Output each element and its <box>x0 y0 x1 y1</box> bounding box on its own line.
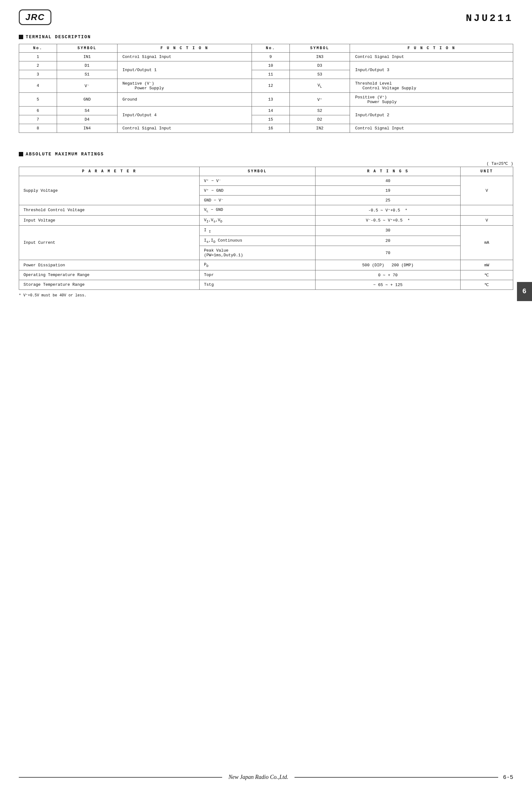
page-footer: New Japan Radio Co.,Ltd. 6-5 <box>0 774 532 780</box>
table-row: 5 GND Ground 13 V⁺ Positive (V⁺) Power S… <box>19 93 513 107</box>
ratings-footnote: * V⁺+0.5V must be 40V or less. <box>19 293 513 298</box>
table-row: 6 S4 Input/Output 4 14 S2 Input/Output 2 <box>19 107 513 115</box>
col-symbol: SYMBOL <box>199 167 315 176</box>
tab-badge: 6 <box>517 282 532 301</box>
footer-line-left <box>19 777 222 778</box>
ratings-section: ABSOLUTE MAXIMUM RATINGS ( Ta=25℃ ) P A … <box>19 152 513 298</box>
table-row: 1 IN1 Control Signal Input 9 IN3 Control… <box>19 53 513 61</box>
col-symbol-left: SYMBOL <box>57 44 117 53</box>
footer-page: 6-5 <box>503 774 513 780</box>
ta-note: ( Ta=25℃ ) <box>19 161 513 166</box>
terminal-section-title: TERMINAL DESCRIPTION <box>19 35 513 39</box>
table-row: Storage Temperature Range Tstg − 65 ∼ + … <box>19 280 513 289</box>
col-parameter: P A R A M E T E R <box>19 167 200 176</box>
section-square-icon <box>19 35 23 39</box>
logo-text: JRC <box>25 12 45 22</box>
ratings-table-header: P A R A M E T E R SYMBOL R A T I N G S U… <box>19 167 513 176</box>
page-header: JRC NJU211 <box>19 10 513 25</box>
terminal-table-header: No. SYMBOL F U N C T I O N No. SYMBOL F … <box>19 44 513 53</box>
col-symbol-right: SYMBOL <box>289 44 350 53</box>
col-function-right: F U N C T I O N <box>350 44 513 53</box>
terminal-title-text: TERMINAL DESCRIPTION <box>26 35 91 39</box>
logo: JRC <box>19 10 51 25</box>
model-number: NJU211 <box>466 13 513 24</box>
terminal-table: No. SYMBOL F U N C T I O N No. SYMBOL F … <box>19 44 513 133</box>
col-function-left: F U N C T I O N <box>117 44 252 53</box>
table-row: Input Current I I 30 mA <box>19 226 513 236</box>
footer-line-right <box>294 777 498 778</box>
table-row: Threshold Control Voltage VL − GND -0.5 … <box>19 205 513 215</box>
ratings-section-title: ABSOLUTE MAXIMUM RATINGS <box>19 152 513 157</box>
col-no-right: No. <box>252 44 289 53</box>
table-row: Power Dissipation PD 500 (DIP) 200 (DMP)… <box>19 260 513 270</box>
table-row: Operating Temperature Range Topr 0 ∼ + 7… <box>19 270 513 280</box>
table-row: 4 V⁻ Negative (V⁻) Power Supply 12 VL Th… <box>19 79 513 93</box>
ratings-table: P A R A M E T E R SYMBOL R A T I N G S U… <box>19 167 513 290</box>
table-row: Input Voltage VI,Vs,VD V⁻-0.5 ∼ V⁺+0.5 *… <box>19 215 513 226</box>
footer-company: New Japan Radio Co.,Ltd. <box>222 774 294 780</box>
table-row: Supply Voltage V⁺ − V⁻ 40 V <box>19 176 513 186</box>
col-no-left: No. <box>19 44 57 53</box>
ratings-title-text: ABSOLUTE MAXIMUM RATINGS <box>26 152 104 157</box>
section-square-icon <box>19 152 23 156</box>
table-row: 2 D1 Input/Output 1 10 D3 Input/Output 3 <box>19 61 513 70</box>
table-row: 8 IN4 Control Signal Input 16 IN2 Contro… <box>19 124 513 133</box>
col-ratings: R A T I N G S <box>315 167 460 176</box>
col-unit: UNIT <box>460 167 513 176</box>
